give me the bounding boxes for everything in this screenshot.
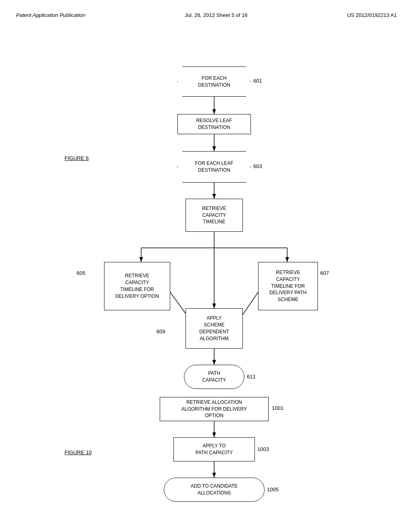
- node-1001: RETRIEVE ALLOCATION ALGORITHM FOR DELIVE…: [160, 397, 269, 421]
- node-1003-text: APPLY TO PATH CAPACITY: [196, 443, 233, 456]
- node-1005-text: ADD TO CANDIDATE ALLOCATIONS: [191, 483, 238, 497]
- node-resolve-text: RESOLVE LEAF DESTINATION: [196, 117, 232, 131]
- header-date-sheet: Jul. 26, 2012 Sheet 5 of 16: [185, 12, 247, 18]
- node-resolve: RESOLVE LEAF DESTINATION: [177, 114, 251, 134]
- label-611: 611: [247, 374, 256, 380]
- node-1005: ADD TO CANDIDATE ALLOCATIONS: [164, 478, 265, 502]
- node-601-text: FOR EACH DESTINATION: [198, 75, 230, 89]
- page-header: Patent Application Publication Jul. 26, …: [16, 12, 397, 18]
- label-1003: 1003: [257, 446, 269, 452]
- node-611-text: PATH CAPACITY: [202, 370, 226, 384]
- node-611: PATH CAPACITY: [184, 365, 244, 389]
- label-1005: 1005: [267, 486, 279, 493]
- label-603: 603: [253, 163, 262, 169]
- node-607: RETRIEVE CAPACITY TIMELINE FOR DELIVERY …: [258, 262, 318, 310]
- label-609: 609: [156, 328, 165, 335]
- node-603: FOR EACH LEAF DESTINATION: [177, 151, 251, 183]
- page: Patent Application Publication Jul. 26, …: [0, 0, 413, 532]
- diagram-area: FIGURE 6 FOR EACH DESTINATION 601 RESOLV…: [16, 34, 397, 518]
- header-publication: Patent Application Publication: [16, 12, 86, 18]
- label-607: 607: [320, 270, 329, 276]
- node-603-text: FOR EACH LEAF DESTINATION: [195, 160, 233, 174]
- node-605: RETRIEVE CAPACITY TIMELINE FOR DELIVERY …: [104, 262, 170, 310]
- node-609: APPLY SCHEME DEPENDENT ALGORITHM: [186, 308, 243, 349]
- node-609-text: APPLY SCHEME DEPENDENT ALGORITHM: [199, 315, 229, 342]
- figure10-label: FIGURE 10: [65, 449, 92, 455]
- label-601: 601: [253, 78, 262, 84]
- label-1001: 1001: [272, 405, 284, 411]
- header-patent-number: US 2012/0192213 A1: [347, 12, 397, 18]
- node-1003: APPLY TO PATH CAPACITY: [173, 437, 255, 461]
- figure6-label: FIGURE 6: [65, 155, 89, 161]
- node-607-text: RETRIEVE CAPACITY TIMELINE FOR DELIVERY …: [269, 269, 307, 303]
- label-605: 605: [77, 270, 86, 276]
- node-retrieve-ct-text: RETRIEVE CAPACITY TIMELINE: [202, 205, 226, 225]
- node-601: FOR EACH DESTINATION: [177, 66, 251, 97]
- node-605-text: RETRIEVE CAPACITY TIMELINE FOR DELIVERY …: [115, 272, 159, 299]
- node-1001-text: RETRIEVE ALLOCATION ALGORITHM FOR DELIVE…: [181, 399, 247, 419]
- node-retrieve-ct: RETRIEVE CAPACITY TIMELINE: [186, 199, 243, 232]
